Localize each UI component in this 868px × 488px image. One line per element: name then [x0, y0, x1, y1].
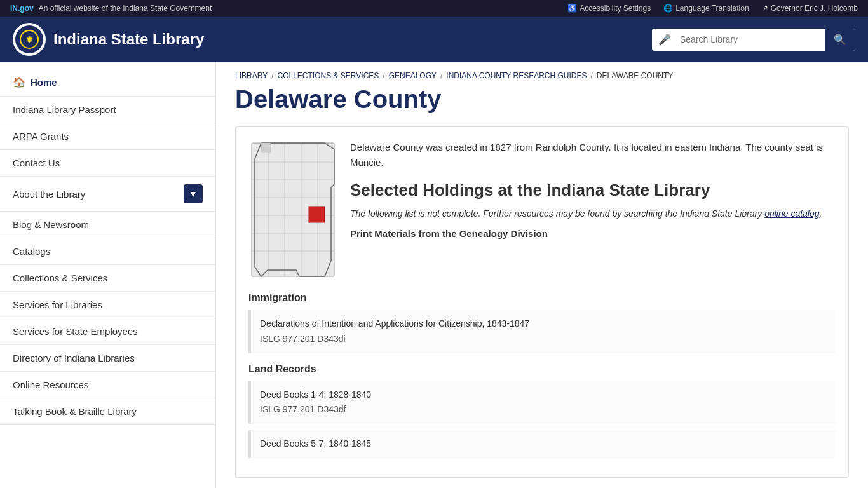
sidebar-item-label: Catalogs [13, 246, 50, 257]
sidebar-item-services-state-employees[interactable]: Services for State Employees [0, 318, 215, 345]
sidebar-item-catalogs[interactable]: Catalogs [0, 238, 215, 265]
top-bar-left: IN.gov An official website of the Indian… [10, 4, 212, 13]
site-title[interactable]: Indiana State Library [53, 30, 204, 48]
record-title-2: Deed Books 5-7, 1840-1845 [260, 437, 827, 452]
site-header: ⚜ Indiana State Library 🎤 🔍 [0, 17, 868, 62]
sidebar-item-label: Indiana Library Passport [13, 104, 116, 115]
sidebar-item-talking-book[interactable]: Talking Book & Braille Library [0, 398, 215, 425]
record-call: ISLG 977.201 D343di [260, 332, 827, 347]
breadcrumb-sep-1: / [271, 71, 273, 80]
record-item: Deed Books 1-4, 1828-1840 ISLG 977.201 D… [248, 381, 836, 424]
sidebar-item-arpa-grants[interactable]: ARPA Grants [0, 123, 215, 150]
sidebar-item-label: Home [31, 77, 57, 88]
sidebar-item-indiana-library-passport[interactable]: Indiana Library Passport [0, 97, 215, 123]
indiana-map-svg [248, 140, 337, 280]
immigration-title: Immigration [248, 292, 836, 304]
sidebar-item-label: Directory of Indiana Libraries [13, 353, 135, 363]
sidebar-item-label: Blog & Newsroom [13, 219, 89, 230]
record-title: Declarations of Intention and Applicatio… [260, 316, 827, 332]
print-materials: Print Materials from the Genealogy Divis… [350, 228, 836, 239]
record-call: ISLG 977.201 D343df [260, 402, 827, 417]
svg-text:⚜: ⚜ [25, 34, 34, 44]
content-card: Delaware County was created in 1827 from… [235, 126, 849, 478]
globe-icon: 🌐 [663, 4, 673, 13]
record-title: Deed Books 1-4, 1828-1840 [260, 388, 827, 403]
catalog-link[interactable]: online catalog [764, 208, 819, 219]
sidebar-item-online-resources[interactable]: Online Resources [0, 372, 215, 398]
breadcrumb-collections[interactable]: COLLECTIONS & SERVICES [277, 71, 379, 80]
breadcrumb-sep-2: / [383, 71, 384, 80]
sidebar-item-label: Talking Book & Braille Library [13, 406, 137, 417]
home-icon: 🏠 [13, 76, 25, 88]
logo-area: ⚜ Indiana State Library [13, 23, 204, 56]
governor-link[interactable]: ↗ Governor Eric J. Holcomb [762, 4, 858, 13]
sidebar-item-label: About the Library [13, 189, 85, 200]
breadcrumb-indiana-county[interactable]: INDIANA COUNTY RESEARCH GUIDES [446, 71, 587, 80]
search-mic-button[interactable]: 🎤 [652, 29, 677, 51]
svg-rect-13 [309, 207, 325, 222]
logo-inner: ⚜ [15, 25, 43, 53]
land-records-section: Land Records Deed Books 1-4, 1828-1840 I… [248, 363, 836, 458]
external-link-icon: ↗ [762, 4, 768, 13]
breadcrumb-current: DELAWARE COUNTY [597, 71, 673, 80]
sidebar-item-label: Services for Libraries [13, 299, 102, 310]
record-item-2: Deed Books 5-7, 1840-1845 [248, 430, 836, 458]
sidebar-item-label: Contact Us [13, 158, 60, 168]
sidebar-item-directory-indiana-libraries[interactable]: Directory of Indiana Libraries [0, 345, 215, 372]
sidebar-item-label: ARPA Grants [13, 131, 69, 142]
sidebar: 🏠 Home Indiana Library Passport ARPA Gra… [0, 62, 216, 488]
breadcrumb-genealogy[interactable]: GENEALOGY [389, 71, 437, 80]
sidebar-item-services-libraries[interactable]: Services for Libraries [0, 292, 215, 318]
county-info: Delaware County was created in 1827 from… [350, 140, 836, 280]
sidebar-item-collections-services[interactable]: Collections & Services [0, 265, 215, 292]
page-layout: 🏠 Home Indiana Library Passport ARPA Gra… [0, 62, 868, 488]
sidebar-expand-button[interactable]: ▼ [184, 184, 203, 203]
logo-circle: ⚜ [13, 23, 46, 56]
catalog-link-text: online catalog [764, 208, 819, 219]
search-button[interactable]: 🔍 [825, 29, 855, 51]
sidebar-item-about-library[interactable]: About the Library ▼ [0, 177, 215, 212]
official-text: An official website of the Indiana State… [39, 4, 212, 13]
sidebar-item-contact-us[interactable]: Contact Us [0, 150, 215, 177]
chevron-down-icon: ▼ [189, 189, 198, 199]
in-gov-logo[interactable]: IN.gov [10, 4, 34, 13]
top-bar: IN.gov An official website of the Indian… [0, 0, 868, 17]
immigration-section: Immigration Declarations of Intention an… [248, 292, 836, 353]
county-map [248, 140, 337, 280]
land-records-title: Land Records [248, 363, 836, 375]
county-header: Delaware County was created in 1827 from… [248, 140, 836, 280]
holdings-subtitle: The following list is not complete. Furt… [350, 207, 836, 220]
language-link[interactable]: 🌐 Language Translation [663, 4, 749, 13]
breadcrumb-sep-3: / [440, 71, 442, 80]
accessibility-icon: ♿ [567, 4, 577, 13]
top-bar-right: ♿ Accessibility Settings 🌐 Language Tran… [567, 4, 858, 13]
search-input[interactable] [677, 29, 825, 50]
county-description: Delaware County was created in 1827 from… [350, 140, 836, 170]
sidebar-item-label: Collections & Services [13, 273, 107, 283]
main-content: LIBRARY / COLLECTIONS & SERVICES / GENEA… [216, 62, 868, 488]
holdings-title: Selected Holdings at the Indiana State L… [350, 180, 836, 200]
accessibility-link[interactable]: ♿ Accessibility Settings [567, 4, 651, 13]
sidebar-item-label: Online Resources [13, 379, 88, 390]
breadcrumb: LIBRARY / COLLECTIONS & SERVICES / GENEA… [235, 62, 849, 85]
search-icon: 🔍 [834, 34, 846, 45]
breadcrumb-sep-4: / [591, 71, 593, 80]
sidebar-item-home[interactable]: 🏠 Home [0, 69, 215, 97]
breadcrumb-library[interactable]: LIBRARY [235, 71, 268, 80]
sidebar-item-label: Services for State Employees [13, 326, 138, 337]
page-title: Delaware County [235, 85, 849, 114]
sidebar-item-blog-newsroom[interactable]: Blog & Newsroom [0, 212, 215, 238]
record-item: Declarations of Intention and Applicatio… [248, 310, 836, 353]
search-box: 🎤 🔍 [652, 29, 855, 51]
